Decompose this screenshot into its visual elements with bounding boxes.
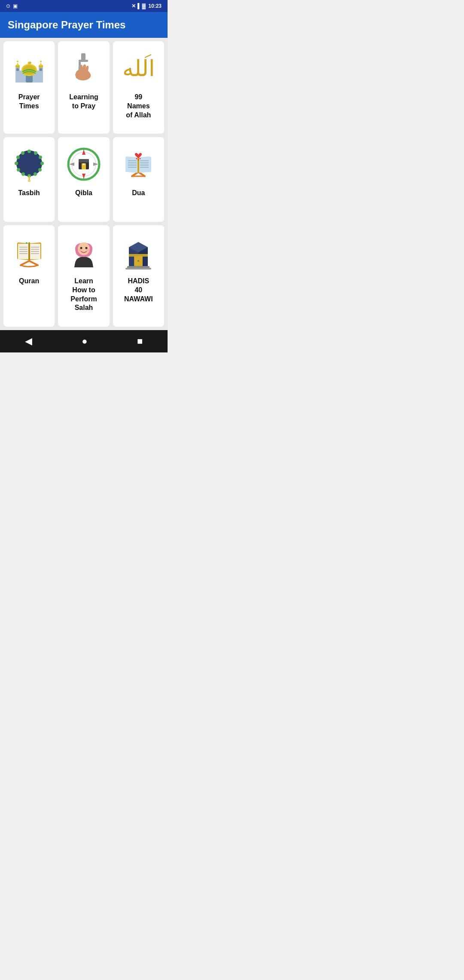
svg-point-76 [80, 247, 82, 249]
svg-point-32 [21, 172, 25, 176]
svg-point-29 [38, 168, 42, 172]
hijab-woman-icon [64, 233, 103, 272]
svg-point-62 [140, 158, 141, 159]
card-label-learn-salah: Learn How to Perform Salah [70, 277, 97, 312]
card-99-names[interactable]: الله 99 Names of Allah [113, 41, 164, 134]
svg-text:الله: الله [122, 56, 155, 81]
svg-point-77 [85, 247, 87, 249]
svg-point-60 [136, 158, 137, 159]
book-open-icon [119, 145, 158, 184]
svg-point-47 [83, 163, 85, 165]
svg-rect-15 [40, 68, 42, 71]
card-label-learning-to-pray: Learning to Pray [69, 93, 98, 111]
svg-rect-41 [79, 159, 89, 162]
svg-point-79 [86, 249, 89, 251]
card-hadis[interactable]: HADIS 40 NAWAWI [113, 225, 164, 327]
back-button[interactable]: ◀ [16, 332, 41, 350]
svg-rect-86 [137, 260, 139, 262]
svg-rect-14 [16, 68, 19, 71]
wifi-icon: ⊙ [6, 3, 10, 9]
cards-grid: Prayer Times Learning to Pray الله 99 Na… [0, 38, 168, 330]
quran-icon [10, 233, 49, 272]
app-title: Singapore Prayer Times [8, 19, 160, 31]
svg-point-13 [40, 61, 42, 62]
svg-marker-10 [16, 62, 19, 66]
kaaba-icon [119, 233, 158, 272]
svg-point-35 [16, 156, 20, 159]
svg-point-36 [21, 151, 24, 155]
app-header: Singapore Prayer Times [0, 12, 168, 38]
svg-point-24 [16, 150, 42, 176]
svg-rect-63 [28, 242, 30, 260]
card-qibla[interactable]: Qibla [58, 137, 109, 222]
status-left: ⊙ ▣ [6, 3, 18, 9]
card-quran[interactable]: Quran [3, 225, 55, 327]
time-display: 10:23 [148, 3, 162, 9]
svg-point-25 [27, 150, 31, 153]
svg-point-30 [34, 172, 37, 176]
card-label-99-names: 99 Names of Allah [126, 93, 151, 119]
bottom-nav: ◀ ● ■ [0, 330, 168, 352]
tasbih-icon [10, 145, 49, 184]
allah-icon: الله [119, 49, 158, 88]
home-button[interactable]: ● [73, 332, 96, 350]
sim-icon: ▣ [13, 3, 18, 9]
svg-point-33 [17, 168, 20, 172]
svg-point-28 [40, 162, 44, 165]
svg-point-12 [17, 61, 18, 62]
handwash-icon [64, 49, 103, 88]
status-bar: ⊙ ▣ ✕▐ ▓ 10:23 [0, 0, 168, 12]
card-learning-to-pray[interactable]: Learning to Pray [58, 41, 109, 134]
svg-rect-88 [125, 268, 151, 270]
card-label-quran: Quran [19, 277, 39, 286]
svg-marker-11 [40, 62, 42, 66]
card-tasbih[interactable]: Tasbih [3, 137, 55, 222]
svg-point-26 [34, 151, 37, 155]
svg-rect-51 [137, 156, 139, 173]
svg-point-61 [138, 159, 139, 161]
compass-icon [64, 145, 103, 184]
svg-point-27 [39, 156, 42, 159]
mosque-icon [10, 49, 49, 88]
card-label-hadis: HADIS 40 NAWAWI [124, 277, 153, 303]
svg-point-78 [79, 249, 81, 251]
card-label-prayer-times: Prayer Times [18, 93, 40, 111]
card-prayer-times[interactable]: Prayer Times [3, 41, 55, 134]
card-label-qibla: Qibla [75, 189, 92, 198]
card-label-dua: Dua [132, 189, 145, 198]
battery-icon: ▓ [142, 3, 146, 9]
signal-icon: ✕▐ [131, 3, 140, 9]
recent-button[interactable]: ■ [128, 332, 151, 350]
svg-point-5 [29, 61, 31, 64]
svg-point-34 [15, 162, 18, 165]
card-dua[interactable]: Dua [113, 137, 164, 222]
card-learn-salah[interactable]: Learn How to Perform Salah [58, 225, 109, 327]
svg-point-75 [78, 242, 90, 255]
status-right: ✕▐ ▓ 10:23 [131, 3, 162, 9]
card-label-tasbih: Tasbih [18, 189, 40, 198]
svg-rect-17 [79, 60, 88, 62]
